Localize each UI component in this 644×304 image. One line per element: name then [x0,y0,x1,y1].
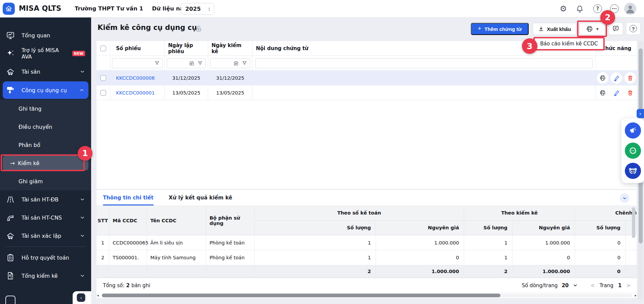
filter-funnel-icon[interactable] [242,61,247,66]
sidebar-item-misa-ava[interactable]: Trợ lý số MISA AVA NEW [0,44,91,63]
total-kk-nguyen-gia: 1.000.000 [513,265,575,277]
sidebar-item-label: Tài sản HT-CNS [22,215,62,221]
support-chat-button[interactable] [625,143,641,159]
calendar-icon[interactable] [189,61,194,66]
org-name[interactable]: Trường THPT Tư vấn 1 [75,5,143,12]
table-row[interactable]: KKCCDC000001 13/05/2025 13/05/2025 [97,85,637,100]
row-delete-icon[interactable] [624,72,636,84]
year-selector[interactable]: 2025 ▴ ▾ [181,3,214,15]
tab-thong-tin-chi-tiet[interactable]: Thông tin chi tiết [103,190,154,205]
sidebar-item-label: Tài sản HT-ĐB [22,196,59,203]
voucher-link[interactable]: KKCCDC000001 [116,90,155,96]
page-size-caret-icon[interactable] [573,283,578,288]
sidebar-item-tai-san-xac-lap[interactable]: Tài sản xác lập [0,227,91,245]
year-value: 2025 [185,6,201,12]
scroll-left-icon[interactable]: ◂ [97,293,99,298]
total-cl-nguyen-gia [626,265,637,277]
row-checkbox[interactable] [100,75,106,81]
printer-icon [586,25,593,33]
submenu-item-ghi-giam[interactable]: Ghi giảm [0,172,91,190]
col-header-so-phieu[interactable]: Số phiếu [110,41,165,55]
cell-kt-so-luong: 1 [255,250,376,265]
cell-ten-ccdc: Âm li siêu sịn [147,235,206,250]
submenu-item-kiem-ke[interactable]: → Kiểm kê [3,156,88,170]
select-all-checkbox[interactable] [100,45,106,51]
table-row[interactable]: KKCCDC000006 31/12/2025 31/12/2025 [97,71,637,85]
sidebar-item-ho-tro-quyet-toan[interactable]: Hỗ trợ quyết toán [0,249,91,267]
cell-kk-nguyen-gia: 1.000.000 [513,235,575,250]
cell-cl-so-luong: 0 [575,250,626,265]
app-logo-icon[interactable] [3,3,15,15]
sidebar-item-label: Hỗ trợ quyết toán [22,255,69,261]
filter-input-so-phieu[interactable] [112,58,163,68]
row-checkbox[interactable] [100,90,106,96]
tab-xu-ly-ket-qua[interactable]: Xử lý kết quả kiểm kê [169,190,232,205]
filter-funnel-icon[interactable] [154,61,160,66]
filter-date-ngay-kiem-ke[interactable] [210,58,250,68]
settings-gear-icon[interactable]: ⚙ [559,4,568,13]
chevron-left-icon: ‹ [80,295,82,300]
export-button[interactable]: Xuất khẩu [533,23,576,35]
detail-vertical-scrollbar[interactable] [632,207,635,238]
ai-robot-assistant-button[interactable] [625,163,641,179]
calendar-icon[interactable] [233,61,239,66]
announcement-megaphone-button[interactable] [625,122,641,139]
sidebar-item-tai-san[interactable]: Tài sản [0,63,91,81]
unlock-icon[interactable] [195,25,202,32]
submenu-item-dieu-chuyen[interactable]: Điều chuyển [0,118,91,136]
voucher-link[interactable]: KKCCDC000006 [116,75,155,81]
page-help-button[interactable]: ? [626,22,641,35]
collapse-detail-button[interactable] [620,193,629,203]
total-records-count: 2 [126,282,129,289]
next-page-icon[interactable]: > [626,282,631,289]
sidebar-item-label: Tài sản xác lập [22,233,61,239]
filter-funnel-icon[interactable] [197,61,203,66]
row-edit-icon[interactable] [611,87,622,99]
print-dropdown-button[interactable]: ▾ [579,23,605,35]
submenu-item-phan-bo[interactable]: Phân bổ [0,136,91,154]
col-header-ngay-kiem-ke[interactable]: Ngày kiểm kê [208,41,253,55]
scroll-right-icon[interactable]: ▸ [635,293,637,298]
col-header-stt: STT [97,206,109,235]
sidebar-item-tai-san-ht-db[interactable]: Tài sản HT-ĐB [0,190,91,208]
detail-row[interactable]: 1 CCDC0000065 Âm li siêu sịn Phòng kế to… [97,235,637,250]
sidebar-item-cong-cu-dung-cu[interactable]: Công cụ dụng cụ [3,81,88,99]
row-print-icon[interactable] [597,87,608,99]
add-voucher-button[interactable]: + Thêm chứng từ [471,23,529,35]
print-menu-item-bao-cao-kiem-ke[interactable]: Báo cáo kiểm kê CCDC [535,38,603,49]
sidebar-item-tai-san-ht-cns[interactable]: Tài sản HT-CNS [0,208,91,227]
chevron-down-icon [80,197,85,202]
sidebar-item-tong-kiem-ke[interactable]: Tổng kiểm kê [0,267,91,285]
sidebar-item-label: Trợ lý số MISA AVA [22,47,66,60]
row-edit-icon[interactable] [611,72,622,84]
filter-input-noi-dung[interactable] [255,58,593,68]
notification-bell-icon[interactable] [575,4,584,13]
cell-kk-nguyen-gia: 0 [513,250,575,265]
spin-down-icon[interactable]: ▾ [209,9,210,11]
page-size-value[interactable]: 20 [562,282,569,289]
submenu-item-ghi-tang[interactable]: Ghi tăng [0,100,91,118]
cell-kk-so-luong: 1 [464,250,513,265]
col-header-ngay-lap-phieu[interactable]: Ngày lập phiếu [165,41,208,55]
scrollbar-thumb[interactable] [102,294,500,297]
year-stepper[interactable]: ▴ ▾ [209,7,210,11]
total-kt-so-luong: 2 [255,265,376,277]
sidebar-collapse-button[interactable]: ‹ [77,293,85,302]
row-print-icon[interactable] [597,72,608,84]
submenu-item-label: Ghi tăng [18,106,41,112]
row-delete-icon[interactable] [624,87,636,99]
help-icon[interactable]: ? [593,4,602,13]
sidebar-item-tong-quan[interactable]: Tổng quan [0,26,91,44]
detail-row[interactable]: 2 TS000001. Máy tính Samsung Phòng kế to… [97,250,637,265]
filter-date-ngay-lap[interactable] [167,58,206,68]
voucher-table: Số phiếu Ngày lập phiếu Ngày kiểm kê Nội… [97,41,637,189]
detail-total-row: 2 1.000.000 2 1.000.000 0 [97,265,637,278]
expand-side-panel-tab[interactable]: › [637,109,644,118]
horizontal-scrollbar[interactable]: ◂ ▸ [97,293,637,298]
total-records-label: Tổng số: [103,282,124,289]
cell-stt: 1 [97,235,109,250]
prev-page-icon[interactable]: < [591,282,595,289]
download-icon [538,26,544,32]
user-avatar[interactable] [624,3,636,15]
cell-bo-phan: Phòng kế toán [206,235,255,250]
